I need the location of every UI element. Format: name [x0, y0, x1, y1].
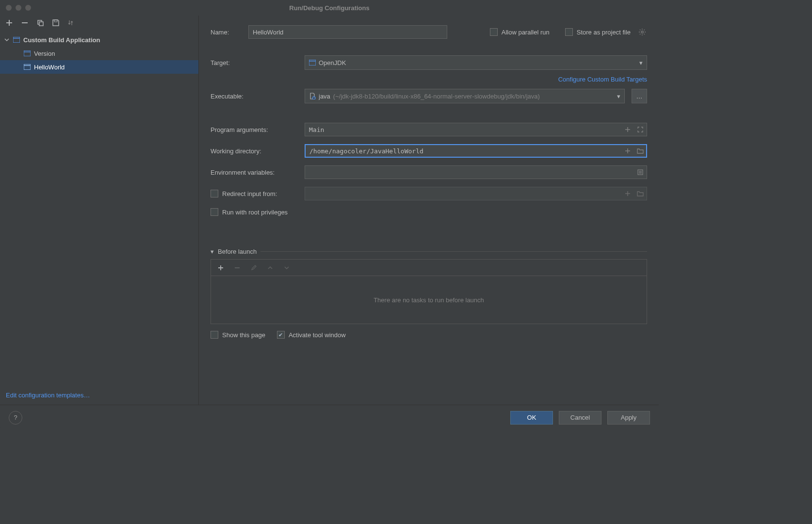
- chevron-down-icon: ▾: [639, 59, 643, 66]
- activate-tool-window-label: Activate tool window: [289, 331, 346, 339]
- working-dir-label: Working directory:: [211, 147, 298, 155]
- target-dropdown[interactable]: OpenJDK ▾: [305, 55, 647, 70]
- allow-parallel-label: Allow parallel run: [502, 29, 550, 36]
- insert-macro-button: [623, 189, 633, 198]
- chevron-down-icon: ▾: [617, 93, 620, 100]
- sort-config-button[interactable]: [67, 18, 76, 27]
- store-project-file-label: Store as project file: [577, 29, 631, 36]
- window-title: Run/Debug Configurations: [0, 4, 659, 12]
- redirect-input-checkbox[interactable]: Redirect input from:: [211, 190, 298, 197]
- remove-task-button[interactable]: [232, 263, 242, 273]
- working-dir-input[interactable]: [305, 144, 647, 158]
- save-config-button[interactable]: [51, 18, 60, 27]
- show-this-page-label: Show this page: [222, 331, 265, 339]
- executable-value: java(~/jdk-jdk8-b120/build/linux-x86_64-…: [319, 93, 614, 100]
- root-privileges-label: Run with root privileges: [222, 209, 288, 216]
- checkbox-icon: [277, 331, 285, 339]
- move-down-button[interactable]: [282, 263, 292, 273]
- checkbox-icon: [211, 208, 218, 216]
- allow-parallel-checkbox[interactable]: Allow parallel run: [490, 28, 550, 36]
- chevron-down-icon: [4, 37, 10, 42]
- store-project-file-checkbox[interactable]: Store as project file: [565, 28, 631, 36]
- insert-macro-button[interactable]: [623, 125, 633, 134]
- svg-rect-1: [39, 22, 43, 26]
- config-item-label: HelloWorld: [34, 64, 65, 71]
- svg-rect-10: [309, 60, 316, 66]
- copy-config-button[interactable]: [36, 18, 45, 27]
- svg-text:?: ?: [313, 97, 315, 99]
- configurations-sidebar: Custom Build Application Version HelloWo…: [0, 16, 199, 405]
- program-args-label: Program arguments:: [211, 126, 298, 133]
- application-icon: [309, 60, 316, 66]
- gear-icon[interactable]: [637, 27, 647, 37]
- configure-build-targets-link[interactable]: Configure Custom Build Targets: [558, 76, 647, 83]
- show-this-page-checkbox[interactable]: Show this page: [211, 331, 265, 339]
- remove-config-button[interactable]: [20, 18, 29, 27]
- redirect-input-field: [305, 187, 647, 200]
- divider: [260, 251, 647, 252]
- svg-point-9: [641, 31, 643, 33]
- cancel-button[interactable]: Cancel: [559, 411, 601, 425]
- add-task-button[interactable]: [216, 263, 226, 273]
- ok-button[interactable]: OK: [510, 411, 553, 425]
- browse-executable-button[interactable]: …: [632, 89, 647, 103]
- edit-templates-link[interactable]: Edit configuration templates…: [6, 392, 90, 399]
- name-label: Name:: [211, 29, 242, 36]
- activate-tool-window-checkbox[interactable]: Activate tool window: [277, 331, 346, 339]
- checkbox-icon: [211, 331, 218, 339]
- config-item-helloworld[interactable]: HelloWorld: [0, 60, 198, 74]
- add-config-button[interactable]: [5, 18, 14, 27]
- program-args-input[interactable]: [305, 123, 647, 136]
- expand-field-button[interactable]: [635, 125, 645, 134]
- target-label: Target:: [211, 59, 298, 66]
- checkbox-icon: [211, 190, 218, 197]
- redirect-input-label: Redirect input from:: [222, 190, 277, 197]
- svg-rect-7: [24, 64, 31, 70]
- name-input[interactable]: [248, 25, 447, 39]
- target-value: OpenJDK: [319, 59, 636, 66]
- move-up-button[interactable]: [265, 263, 275, 273]
- before-launch-tasks-list: There are no tasks to run before launch: [211, 276, 647, 324]
- before-launch-empty-text: There are no tasks to run before launch: [374, 296, 484, 304]
- edit-task-button[interactable]: [249, 263, 259, 273]
- folder-icon: [635, 189, 645, 198]
- env-vars-label: Environment variables:: [211, 169, 298, 176]
- list-icon[interactable]: [635, 167, 645, 177]
- svg-rect-5: [24, 50, 31, 56]
- config-group-label: Custom Build Application: [23, 36, 100, 44]
- before-launch-label: Before launch: [218, 248, 257, 255]
- chevron-down-icon[interactable]: ▾: [211, 248, 214, 255]
- application-icon: [13, 37, 20, 43]
- help-button[interactable]: ?: [9, 411, 22, 425]
- apply-button[interactable]: Apply: [607, 411, 650, 425]
- folder-icon[interactable]: [635, 146, 645, 156]
- application-icon: [23, 50, 31, 56]
- checkbox-icon: [565, 28, 573, 36]
- executable-dropdown[interactable]: ? java(~/jdk-jdk8-b120/build/linux-x86_6…: [305, 89, 625, 103]
- application-icon: [23, 64, 31, 70]
- insert-macro-button[interactable]: [623, 146, 633, 156]
- config-item-label: Version: [34, 50, 55, 57]
- checkbox-icon: [490, 28, 498, 36]
- config-item-version[interactable]: Version: [0, 47, 198, 60]
- config-group-custom-build[interactable]: Custom Build Application: [0, 33, 198, 47]
- svg-rect-3: [13, 37, 20, 43]
- root-privileges-checkbox[interactable]: Run with root privileges: [211, 208, 288, 216]
- env-vars-input[interactable]: [305, 165, 647, 179]
- file-icon: ?: [309, 93, 316, 99]
- executable-label: Executable:: [211, 93, 298, 100]
